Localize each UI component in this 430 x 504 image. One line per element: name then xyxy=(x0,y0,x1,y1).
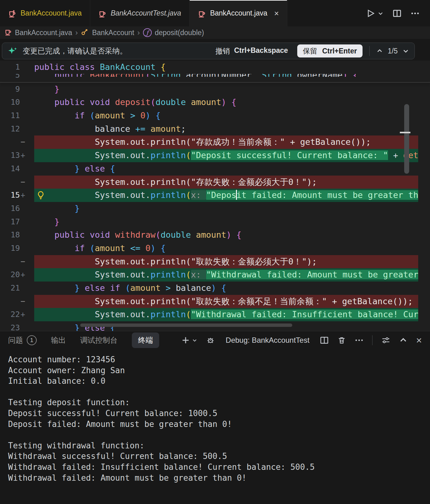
code-text[interactable]: } else if (amount > balance) { xyxy=(34,282,418,295)
undo-button[interactable]: 撤销 Ctrl+Backspace xyxy=(213,44,290,58)
gutter: 15+ xyxy=(0,189,34,202)
terminal-line: Account number: 123456 xyxy=(8,354,430,365)
terminal-tabs-view-icon[interactable] xyxy=(381,336,391,345)
close-icon[interactable]: × xyxy=(274,9,279,17)
code-line-21[interactable]: 21 } else if (amount > balance) { xyxy=(0,282,430,295)
code-line-11[interactable]: 11 if (amount > 0) { xyxy=(0,109,430,122)
code-text[interactable]: } else { xyxy=(34,162,418,176)
next-change-button[interactable] xyxy=(403,48,409,54)
deleted-code-line[interactable]: − System.out.println("取款失败：余额不足！当前余额：" +… xyxy=(0,295,430,308)
code-text[interactable]: } xyxy=(34,83,418,96)
code-text[interactable]: System.out.println("存款成功！当前余额：" + getBal… xyxy=(34,135,418,149)
java-file-icon xyxy=(4,28,12,37)
close-panel-icon[interactable]: × xyxy=(416,335,422,345)
code-line-20[interactable]: 20+ System.out.println(x: "Withdrawal fa… xyxy=(0,268,430,282)
deleted-code-line[interactable]: − System.out.println("存款成功！当前余额：" + getB… xyxy=(0,135,430,149)
divider xyxy=(372,335,372,345)
code-text[interactable]: public class BankAccount { xyxy=(34,61,418,74)
debug-session-label[interactable]: Debug: BankAccountTest xyxy=(226,336,310,345)
code-text[interactable]: balance += amount; xyxy=(34,122,418,136)
gutter: 11 xyxy=(0,109,34,122)
tab-output[interactable]: 输出 xyxy=(51,335,66,345)
undo-label: 撤销 xyxy=(215,46,230,56)
terminal-output[interactable]: Account number: 123456Account owner: Zha… xyxy=(0,349,430,483)
code-line-1[interactable]: 1public class BankAccount { xyxy=(0,61,430,74)
code-text[interactable]: System.out.println("Deposit successful! … xyxy=(34,149,418,162)
breadcrumb-class[interactable]: BankAccount xyxy=(92,29,134,37)
code-line-14[interactable]: 14 } else { xyxy=(0,162,430,176)
code-text[interactable]: public BankAccount(String accountNumber,… xyxy=(34,74,418,77)
terminal-line: Initial balance: 0.0 xyxy=(8,376,430,387)
terminal-line: Account owner: Zhang San xyxy=(8,365,430,376)
code-line-12[interactable]: 12 balance += amount; xyxy=(0,122,430,136)
code-line-19[interactable]: 19 if (amount <= 0) { xyxy=(0,242,430,255)
run-button[interactable] xyxy=(366,9,383,18)
tab-terminal[interactable]: 终端 xyxy=(132,332,159,348)
method-symbol-icon: ƒ xyxy=(143,28,152,37)
code-text[interactable]: System.out.println("取款失败：金额必须大于0！"); xyxy=(34,255,418,268)
gutter: 18 xyxy=(0,228,34,242)
code-text[interactable]: if (amount <= 0) { xyxy=(34,242,418,255)
code-text[interactable]: } xyxy=(34,215,418,229)
code-line-16[interactable]: 16 } xyxy=(0,202,430,215)
chevron-right-icon: › xyxy=(137,28,140,37)
tab-bankaccouont-java[interactable]: BankAccouont.java xyxy=(0,0,90,26)
code-line-15[interactable]: 15+ System.out.println(x: "Deposit faile… xyxy=(0,189,430,202)
split-terminal-button[interactable] xyxy=(320,336,329,345)
gutter: 23 xyxy=(0,321,34,331)
horizontal-scrollbar[interactable] xyxy=(80,323,292,327)
gutter: 14 xyxy=(0,162,34,176)
code-text[interactable]: System.out.println("取款失败：余额不足！当前余额：" + g… xyxy=(34,295,418,308)
gutter: 16 xyxy=(0,202,34,215)
breadcrumb-file[interactable]: BankAccount.java xyxy=(15,29,72,37)
chevron-right-icon: › xyxy=(75,28,78,37)
new-terminal-button[interactable] xyxy=(182,336,197,344)
panel-tab-bar: 问题 1 输出 调试控制台 终端 Debug: BankAccountTest xyxy=(0,331,430,349)
java-file-icon xyxy=(98,9,106,17)
lightbulb-icon[interactable] xyxy=(36,190,45,200)
breadcrumb-method[interactable]: deposit(double) xyxy=(155,29,204,37)
code-line-10[interactable]: 10 public void deposit(double amount) { xyxy=(0,96,430,109)
tab-debug-console[interactable]: 调试控制台 xyxy=(80,335,118,345)
code-editor[interactable]: 1public class BankAccount {5 public Bank… xyxy=(0,61,430,331)
code-line-9[interactable]: 9 } xyxy=(0,83,430,96)
gutter: 22+ xyxy=(0,308,34,321)
code-line-22[interactable]: 22+ System.out.println("Withdrawal faile… xyxy=(0,308,430,321)
code-line-5[interactable]: 5 public BankAccount(String accountNumbe… xyxy=(0,74,430,82)
tab-bankaccount-java[interactable]: BankAccount.java × xyxy=(190,0,287,26)
deleted-code-line[interactable]: − System.out.println("存款失败：金额必须大于0！"); xyxy=(0,176,430,189)
terminal-line xyxy=(8,387,430,397)
tab-label: BankAccount.java xyxy=(210,9,267,17)
code-line-18[interactable]: 18 public void withdraw(double amount) { xyxy=(0,228,430,242)
code-line-17[interactable]: 17 } xyxy=(0,215,430,229)
tab-bankaccounttest-java[interactable]: BankAccountTest.java xyxy=(90,0,190,26)
more-actions-button[interactable] xyxy=(411,9,419,18)
debug-session-icon xyxy=(206,336,215,345)
tab-problems[interactable]: 问题 1 xyxy=(8,335,37,345)
code-text[interactable]: if (amount > 0) { xyxy=(34,109,418,122)
keep-button[interactable]: 保留 Ctrl+Enter xyxy=(297,44,363,57)
code-text[interactable]: System.out.println("存款失败：金额必须大于0！"); xyxy=(34,176,418,189)
maximize-panel-button[interactable] xyxy=(399,336,407,344)
code-line-13[interactable]: 13+ System.out.println("Deposit successf… xyxy=(0,149,430,162)
more-actions-button[interactable] xyxy=(355,336,363,345)
gutter: 20+ xyxy=(0,268,34,282)
code-text[interactable]: } xyxy=(34,202,418,215)
gutter: 9 xyxy=(0,83,34,96)
code-text[interactable]: System.out.println(x: "Withdrawal failed… xyxy=(34,268,418,282)
inline-chat-message: 变更已完成，请确认是否采纳。 xyxy=(23,46,208,56)
gutter: 12 xyxy=(0,122,34,136)
kill-terminal-button[interactable] xyxy=(337,336,346,345)
code-text[interactable]: public void withdraw(double amount) { xyxy=(34,228,418,242)
debug-console-label: 调试控制台 xyxy=(80,335,118,345)
code-text[interactable]: public void deposit(double amount) { xyxy=(34,96,418,109)
split-editor-button[interactable] xyxy=(393,9,401,18)
deleted-code-line[interactable]: − System.out.println("取款失败：金额必须大于0！"); xyxy=(0,255,430,268)
code-text[interactable]: System.out.println("Withdrawal failed: I… xyxy=(34,308,418,321)
inline-chat-widget: 变更已完成，请确认是否采纳。 撤销 Ctrl+Backspace 保留 Ctrl… xyxy=(2,43,415,59)
keep-shortcut: Ctrl+Enter xyxy=(322,47,357,55)
vertical-scrollbar[interactable] xyxy=(404,104,409,174)
scrollbar-cursor-marker xyxy=(400,132,410,133)
prev-change-button[interactable] xyxy=(377,48,383,54)
code-text[interactable]: System.out.println(x: "Deposit failed: A… xyxy=(34,189,418,202)
